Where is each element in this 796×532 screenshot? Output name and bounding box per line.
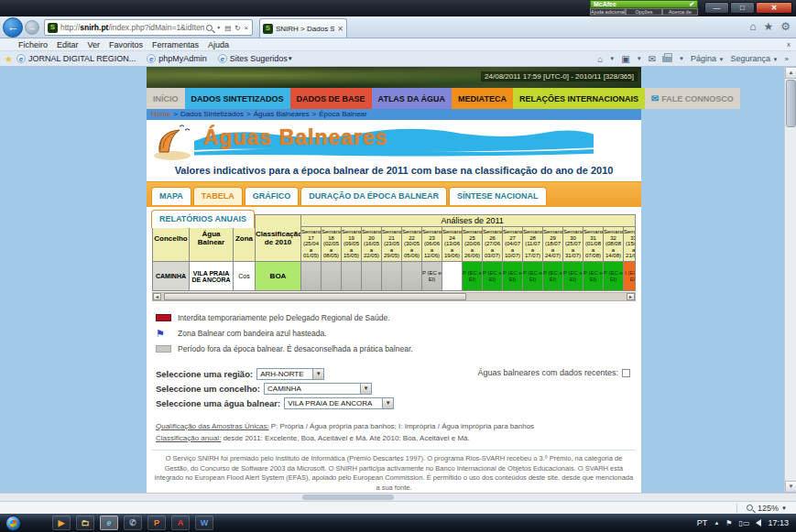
scrollbar-thumb[interactable] [164,293,466,300]
browser-hscrollbar-thumb[interactable] [302,494,394,500]
filter-select-2[interactable]: VILA PRAIA DE ANCORA▼ [284,397,394,409]
nav-item-fale-connosco[interactable]: ✉FALE CONNOSCO [645,88,740,109]
favorite-item-2[interactable]: eSites Sugeridos▼ [218,54,293,63]
browser-vertical-scrollbar[interactable]: ▲ ▼ [784,67,796,493]
maximize-button[interactable]: □ [730,2,755,14]
breadcrumb-part-1[interactable]: Dados Sintetizados [180,110,244,118]
vertical-scrollbar-thumb[interactable] [786,80,796,127]
menu-item-favoritos[interactable]: Favoritos [109,40,143,49]
week-header-line: (18/07 [543,241,562,247]
menu-item-ficheiro[interactable]: Ficheiro [18,40,48,49]
tab-síntese-nacional[interactable]: SÍNTESE NACIONAL [449,187,547,205]
speaker-icon[interactable] [756,519,761,527]
filter-select-1[interactable]: CAMINHA▼ [264,383,372,395]
zoom-level[interactable]: 125% [758,504,779,513]
tab-title[interactable]: SNIRH > Dados Sint... [276,25,334,33]
select-dropdown-icon[interactable]: ▼ [382,398,393,408]
close-button[interactable]: ✕ [756,2,792,14]
suggested-sites-dropdown-icon[interactable]: ▼ [288,56,293,61]
scroll-right-icon[interactable]: ► [627,293,635,300]
nav-item-dados-de-base[interactable]: DADOS DE BASE [290,88,372,109]
start-button[interactable] [5,516,21,531]
home-icon[interactable]: ⌂ [749,20,756,33]
minimize-button[interactable]: — [704,2,729,14]
url-text[interactable]: http://snirh.pt/index.php?idMain=1&idIte… [60,23,204,32]
recent-data-checkbox[interactable] [622,369,630,377]
nav-item-atlas-da-água[interactable]: ATLAS DA ÁGUA [372,88,453,109]
tab-mapa[interactable]: MAPA [151,187,191,205]
print-dropdown-icon[interactable]: ▼ [679,56,684,61]
filter-select-0[interactable]: ARH-NORTE▼ [256,368,324,380]
mcafee-button-1[interactable]: Opções [626,8,661,16]
back-button[interactable]: ← [3,17,23,38]
nav-item-mediateca[interactable]: MEDIATECA [452,88,513,109]
menu-item-ver[interactable]: Ver [88,40,101,49]
add-favorite-star-icon[interactable]: ★ [5,54,13,64]
zoom-dropdown-icon[interactable]: ▼ [781,505,787,511]
favorite-label[interactable]: phpMyAdmin [158,54,207,63]
compatibility-icon[interactable]: ▤ [223,24,233,32]
select-dropdown-icon[interactable]: ▼ [312,369,323,379]
tab-gráfico[interactable]: GRÁFICO [245,187,300,205]
feeds-dropdown-icon[interactable]: ▼ [637,56,642,61]
phone-taskbar-icon[interactable]: ✆ [124,516,142,530]
week-header-line: 01/05) [301,253,321,259]
clock[interactable]: 17:13 [768,518,789,527]
print-icon[interactable] [662,56,672,62]
legend-text: Período fora da época balnear. É desacon… [178,344,413,353]
table-horizontal-scrollbar[interactable]: ◄ ► [152,292,636,301]
tab-duração-da-época-balnear[interactable]: DURAÇÃO DA ÉPOCA BALNEAR [300,187,447,205]
safety-menu[interactable]: Segurança ▼ [731,54,779,63]
language-indicator[interactable]: PT [697,518,708,527]
favorites-star-icon[interactable]: ★ [763,20,773,33]
action-center-flag-icon[interactable]: ⚑ [725,519,732,527]
scroll-up-icon[interactable]: ▲ [785,67,796,79]
browser-tab[interactable]: S SNIRH > Dados Sint... ✕ [259,18,347,38]
breadcrumb-part-3[interactable]: Época Balnear [319,110,366,118]
breadcrumb-part-2[interactable]: Águas Balneares [254,110,310,118]
search-dropdown-icon[interactable]: ▼ [214,25,223,30]
more-chevron-icon[interactable]: » [785,55,789,63]
tab-tabela[interactable]: TABELA [193,187,243,205]
mcafee-button-0[interactable]: Ajuda adicional [590,8,626,16]
adobe-reader-taskbar-icon[interactable]: A [171,516,190,530]
tab-relatórios-anuais[interactable]: RELATÓRIOS ANUAIS [151,210,255,228]
menu-item-ferramentas[interactable]: Ferramentas [152,40,199,49]
favorite-label[interactable]: JORNAL DIGITAL REGION... [28,54,136,63]
nav-item-dados-sintetizados[interactable]: DADOS SINTETIZADOS [185,88,290,109]
stop-icon[interactable]: × [243,24,250,32]
word-taskbar-icon[interactable]: W [195,516,213,530]
powerpoint-taskbar-icon[interactable]: P [147,516,166,530]
file-explorer-taskbar-icon[interactable]: 🗀 [76,516,94,530]
nav-item-início[interactable]: INÍCIO [147,88,185,109]
tray-expand-icon[interactable]: ▲ [714,520,719,526]
favorite-item-0[interactable]: eJORNAL DIGITAL REGION... [16,54,136,63]
scroll-left-icon[interactable]: ◄ [153,293,161,300]
breadcrumb-part-0[interactable]: Home [151,110,170,118]
network-icon[interactable]: ▯▭ [739,519,750,527]
favorite-item-1[interactable]: ephpMyAdmin [147,54,207,63]
browser-horizontal-scrollbar[interactable] [0,493,796,501]
scroll-down-icon[interactable]: ▼ [785,481,796,493]
menu-item-ajuda[interactable]: Ajuda [208,40,229,49]
select-dropdown-icon[interactable]: ▼ [360,384,371,394]
forward-button[interactable]: → [25,20,39,35]
command-home-icon[interactable]: ⌂ [597,54,603,64]
feeds-icon[interactable]: ▣ [621,54,629,64]
refresh-icon[interactable]: ↻ [233,24,242,32]
zoom-control[interactable]: 125% ▼ [736,504,787,513]
address-bar[interactable]: S http://snirh.pt/index.php?idMain=1&idI… [44,19,253,36]
home-dropdown-icon[interactable]: ▼ [609,56,615,61]
nav-item-relações-internacionais[interactable]: RELAÇÕES INTERNACIONAIS [513,88,645,109]
mcafee-button-2[interactable]: Acerca de [662,8,698,16]
favorite-label[interactable]: Sites Sugeridos [230,54,288,63]
toolbar-close-icon[interactable]: x [787,40,791,49]
tab-close-icon[interactable]: ✕ [334,25,346,33]
menu-item-editar[interactable]: Editar [57,40,79,49]
internet-explorer-taskbar-icon[interactable]: e [100,516,118,530]
search-icon[interactable] [206,25,213,31]
page-menu[interactable]: Página ▼ [691,54,725,63]
media-player-taskbar-icon[interactable]: ▶ [52,516,71,530]
read-mail-icon[interactable]: ✉ [649,54,656,64]
tools-gear-icon[interactable]: ⚙ [780,20,791,33]
